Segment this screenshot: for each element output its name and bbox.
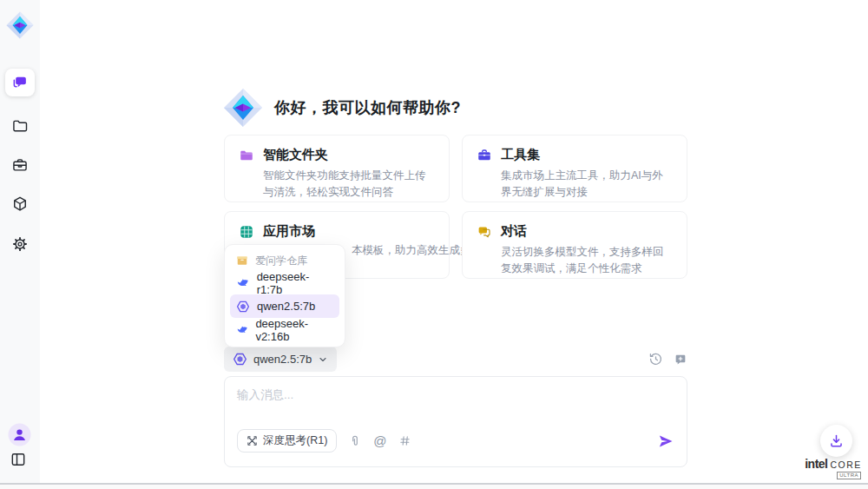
user-avatar[interactable] xyxy=(8,423,31,446)
conversation-toolbar: qwen2.5:7b xyxy=(224,347,687,372)
user-icon xyxy=(8,423,31,446)
model-selector-button[interactable]: qwen2.5:7b xyxy=(224,347,337,372)
chevron-down-icon xyxy=(318,354,328,365)
card-dialogue[interactable]: 对话 灵活切换多模型文件，支持多样回复效果调试，满足个性化需求 xyxy=(462,211,687,279)
model-option-label: qwen2.5:7b xyxy=(257,300,315,313)
new-chat-button[interactable] xyxy=(674,353,687,367)
cube-icon xyxy=(11,195,29,213)
composer-toolbar: 深度思考(R1) @ xyxy=(237,429,674,453)
app-window: 你好，我可以如何帮助你? 智能文件夹 智能文件夹功能支持批量文件上传与清洗，轻松… xyxy=(0,0,868,489)
sidebar-item-settings[interactable] xyxy=(5,230,35,258)
download-button[interactable] xyxy=(820,425,852,457)
card-title: 对话 xyxy=(501,223,527,240)
assistant-logo-icon xyxy=(222,86,264,129)
ultra-badge: ultra xyxy=(837,472,861,479)
history-icon xyxy=(648,352,663,367)
toolbox-icon xyxy=(11,156,29,174)
sidebar xyxy=(0,0,40,483)
card-title: 智能文件夹 xyxy=(263,147,328,163)
model-dropdown-header: 爱问学仓库 xyxy=(230,250,339,271)
repository-icon xyxy=(236,254,248,267)
sidebar-item-chat[interactable] xyxy=(5,69,35,96)
card-description: 集成市场上主流工具，助力AI与外界无缝扩展与对接 xyxy=(501,168,673,202)
deep-think-label: 深度思考(R1) xyxy=(263,433,327,448)
card-description: 灵活切换多模型文件，支持多样回复效果调试，满足个性化需求 xyxy=(501,244,673,278)
sidebar-item-folders[interactable] xyxy=(5,112,35,140)
app-logo-icon xyxy=(3,7,36,43)
attach-file-button[interactable] xyxy=(348,434,362,448)
hash-grid-icon xyxy=(398,434,411,447)
qwen-icon xyxy=(236,300,250,314)
sidebar-item-models[interactable] xyxy=(5,190,35,218)
history-button[interactable] xyxy=(648,352,663,367)
card-title: 应用市场 xyxy=(263,223,315,240)
gear-icon xyxy=(11,235,29,253)
chat-icon xyxy=(477,224,492,240)
folder-icon xyxy=(239,148,254,163)
selected-model-label: qwen2.5:7b xyxy=(253,353,312,366)
deepseek-icon xyxy=(236,276,250,290)
briefcase-icon xyxy=(477,148,492,163)
collapse-panel-icon xyxy=(10,451,27,468)
message-composer[interactable]: 输入消息... 深度思考(R1) @ xyxy=(224,376,687,467)
prompt-grid-button[interactable] xyxy=(398,434,411,447)
paperclip-icon xyxy=(348,434,362,448)
folder-icon xyxy=(11,117,29,135)
app-grid-icon xyxy=(239,224,254,240)
model-dropdown: 爱问学仓库 deepseek-r1:7b qwen2.5:7b deepseek… xyxy=(224,244,345,347)
deepseek-icon xyxy=(236,323,248,337)
message-input-placeholder[interactable]: 输入消息... xyxy=(237,387,293,403)
sidebar-item-toolbox[interactable] xyxy=(5,151,35,179)
intel-logo-text: intel xyxy=(805,457,827,471)
model-option-label: deepseek-v2:16b xyxy=(255,317,333,343)
chat-icon xyxy=(11,74,29,91)
model-option-deepseek-v2[interactable]: deepseek-v2:16b xyxy=(230,318,339,341)
card-smart-folder[interactable]: 智能文件夹 智能文件夹功能支持批量文件上传与清洗，轻松实现文件问答 xyxy=(224,135,450,202)
card-title: 工具集 xyxy=(501,147,540,163)
model-option-qwen[interactable]: qwen2.5:7b xyxy=(230,294,339,318)
window-bottom-strip xyxy=(0,485,868,489)
intel-core-badge: intel core ultra xyxy=(804,457,863,479)
model-option-deepseek-r1[interactable]: deepseek-r1:7b xyxy=(230,271,339,294)
new-chat-icon xyxy=(674,353,687,367)
qwen-icon xyxy=(233,352,247,367)
card-toolset[interactable]: 工具集 集成市场上主流工具，助力AI与外界无缝扩展与对接 xyxy=(462,135,687,202)
core-logo-text: core xyxy=(830,459,861,470)
card-description: 本模板，助力高效生成多 xyxy=(352,243,471,258)
model-option-label: deepseek-r1:7b xyxy=(257,270,333,296)
deep-think-toggle[interactable]: 深度思考(R1) xyxy=(237,429,337,453)
send-button[interactable] xyxy=(657,433,674,450)
greeting-title: 你好，我可以如何帮助你? xyxy=(274,97,461,118)
mention-icon[interactable]: @ xyxy=(373,433,386,448)
repository-label: 爱问学仓库 xyxy=(255,254,307,268)
deep-think-icon xyxy=(247,435,258,446)
card-description: 智能文件夹功能支持批量文件上传与清洗，轻松实现文件问答 xyxy=(263,168,435,202)
send-icon xyxy=(657,433,674,450)
collapse-sidebar-button[interactable] xyxy=(10,451,30,472)
download-icon xyxy=(828,433,845,449)
